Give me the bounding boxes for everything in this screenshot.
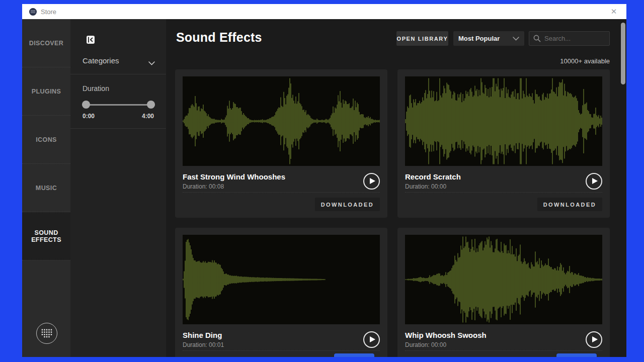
search-icon — [533, 35, 541, 42]
sidebar-item-music[interactable]: MUSIC — [22, 164, 70, 212]
play-icon — [592, 336, 598, 342]
slider-handle-max[interactable] — [147, 101, 155, 109]
sidebar-item-sound-effects[interactable]: SOUND EFFECTS — [22, 212, 70, 260]
open-library-button[interactable]: OPEN LIBRARY — [396, 31, 448, 46]
page-title: Sound Effects — [176, 30, 262, 45]
slider-handle-min[interactable] — [82, 101, 90, 109]
sound-meta: Fast Strong Wind Whooshes Duration: 00:0… — [183, 172, 285, 190]
titlebar: Store ✕ — [22, 4, 626, 19]
card-footer: DOWNLOADED — [405, 192, 602, 218]
waveform-image — [405, 235, 602, 324]
sound-card: Whip Whoosh Swoosh Duration: 00:00 DOWNL… — [397, 228, 610, 357]
search-input[interactable] — [544, 35, 605, 42]
waveform-image — [183, 76, 380, 166]
sound-info: Whip Whoosh Swoosh Duration: 00:00 — [405, 328, 602, 350]
close-icon[interactable]: ✕ — [606, 4, 621, 19]
duration-min-value: 0:00 — [83, 113, 95, 120]
section-divider — [70, 128, 166, 129]
sound-info: Fast Strong Wind Whooshes Duration: 00:0… — [183, 170, 380, 192]
sound-duration: Duration: 00:08 — [183, 183, 285, 190]
duration-range-slider — [82, 101, 155, 109]
slider-track[interactable] — [82, 104, 155, 106]
section-divider — [70, 73, 166, 74]
downloaded-badge: DOWNLOADED — [537, 198, 602, 211]
sound-card: Shine Ding Duration: 00:01 DOWNLOADED — [175, 228, 387, 357]
sidebar-item-discover[interactable]: DISCOVER — [22, 19, 70, 67]
sort-selected-value: Most Popular — [458, 35, 513, 42]
collapse-panel-icon[interactable] — [86, 35, 95, 44]
sound-info: Record Scratch Duration: 00:00 — [405, 170, 602, 192]
play-icon — [370, 178, 375, 184]
downloaded-badge: DOWNLOADED — [315, 198, 380, 211]
sound-info: Shine Ding Duration: 00:01 — [183, 328, 380, 350]
available-count: 10000+ available — [560, 57, 610, 65]
play-icon — [592, 178, 598, 184]
sound-meta: Shine Ding Duration: 00:01 — [183, 331, 224, 348]
filter-panel: Categories Duration 0:00 4:00 — [70, 19, 166, 357]
sound-duration: Duration: 00:00 — [405, 341, 487, 348]
sound-grid: Fast Strong Wind Whooshes Duration: 00:0… — [175, 69, 610, 357]
categories-dropdown[interactable]: Categories — [83, 56, 119, 65]
dots-grid-icon — [41, 329, 53, 338]
sound-card: Fast Strong Wind Whooshes Duration: 00:0… — [175, 69, 387, 218]
play-button[interactable] — [363, 331, 380, 348]
sound-title: Fast Strong Wind Whooshes — [183, 172, 285, 181]
play-button[interactable] — [586, 331, 602, 348]
chevron-down-icon[interactable] — [148, 58, 155, 67]
main-content: Sound Effects OPEN LIBRARY Most Popular … — [166, 19, 626, 357]
window-title: Store — [41, 8, 56, 16]
sound-duration: Duration: 00:01 — [183, 341, 224, 348]
waveform-image — [405, 76, 602, 166]
chevron-down-icon — [513, 37, 519, 41]
sort-dropdown[interactable]: Most Popular — [453, 31, 524, 46]
sound-meta: Whip Whoosh Swoosh Duration: 00:00 — [405, 331, 487, 348]
sidebar: DISCOVER PLUGINS ICONS MUSIC SOUND EFFEC… — [22, 19, 70, 357]
card-footer: DOWNLOADED — [183, 192, 380, 218]
sound-card: Record Scratch Duration: 00:00 DOWNLOADE… — [397, 69, 610, 218]
store-app-icon — [29, 8, 37, 16]
play-button[interactable] — [363, 173, 380, 190]
play-button[interactable] — [586, 173, 602, 190]
play-icon — [370, 336, 375, 342]
download-button[interactable] — [334, 353, 374, 357]
sound-meta: Record Scratch Duration: 00:00 — [405, 172, 461, 190]
sound-title: Record Scratch — [405, 172, 461, 181]
app-body: DISCOVER PLUGINS ICONS MUSIC SOUND EFFEC… — [22, 19, 626, 357]
duration-max-value: 4:00 — [142, 113, 154, 120]
sidebar-item-plugins[interactable]: PLUGINS — [22, 67, 70, 116]
scrollbar-thumb[interactable] — [621, 23, 625, 84]
sound-title: Whip Whoosh Swoosh — [405, 331, 487, 339]
duration-filter-label: Duration — [83, 84, 109, 93]
waveform-image — [183, 235, 380, 324]
sound-title: Shine Ding — [183, 331, 224, 339]
download-button[interactable] — [556, 353, 597, 357]
store-window: Store ✕ DISCOVER PLUGINS ICONS MUSIC SOU… — [22, 4, 626, 357]
sidebar-item-icons[interactable]: ICONS — [22, 116, 70, 164]
sound-duration: Duration: 00:00 — [405, 183, 461, 190]
search-box — [529, 31, 610, 46]
apps-grid-button[interactable] — [36, 323, 57, 344]
